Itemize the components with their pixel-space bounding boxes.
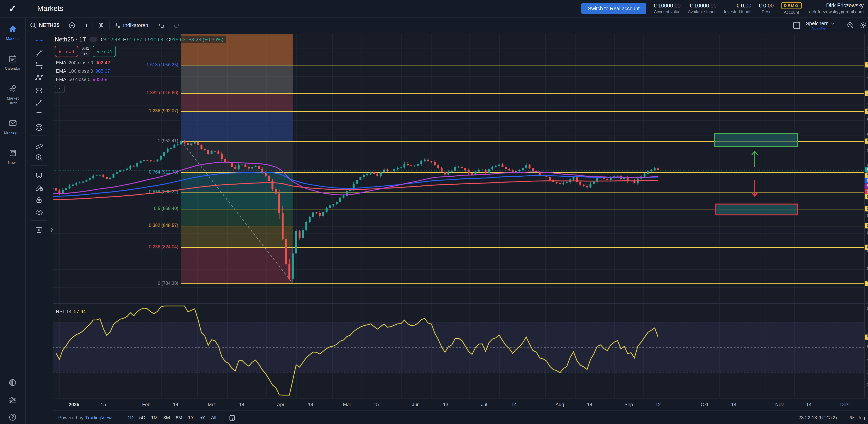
legend-hide-icon[interactable]: – [89,37,97,42]
symbol-search[interactable]: NETH25 [25,22,64,29]
crosshair-icon[interactable] [31,35,47,46]
account-stat: € 10000.00Account value [654,2,681,14]
sidebar-item-calendar[interactable]: Calendar [0,55,25,71]
projection-icon[interactable] [31,85,47,96]
chart-footer: Powered by TradingView 1D5D1M3M6M1Y5YAll… [53,411,868,424]
news-icon [8,149,17,159]
arrow-marker-icon[interactable] [31,97,47,108]
indicators-button[interactable]: Indikatoren [110,22,153,29]
top-bar: ✓ Markets Switch to Real account € 10000… [0,0,868,18]
log-scale-button[interactable]: log [856,415,867,421]
buy-button[interactable]: 916.04 [93,45,116,57]
range-button-6m[interactable]: 6M [173,414,185,422]
range-button-1y[interactable]: 1Y [185,414,196,422]
sidebar-item-messages[interactable]: Messages [0,119,25,135]
trash-icon[interactable] [31,224,47,235]
quick-search-icon[interactable] [847,22,854,29]
ema-legend-row[interactable]: EMA200 close 0902.42 [55,60,111,66]
compare-add-button[interactable] [64,22,80,29]
sidebar: Markets Calendar MarketBuzz Messages New… [0,17,26,424]
time-tick: 14 [239,402,244,407]
magnet-icon[interactable] [31,169,47,181]
trend-line-icon[interactable] [31,47,47,59]
range-button-5y[interactable]: 5Y [197,414,208,422]
user-name: Dirk Friczewsky [826,2,864,9]
redo-icon [174,22,180,29]
plus-circle-icon [69,22,75,29]
chart-type-button[interactable] [93,22,109,29]
time-axis[interactable]: 202515Feb14Mrz14Apr14Mai15Jun13Jul14Aug1… [53,398,868,411]
time-tick: 15 [373,402,379,407]
theme-toggle-icon[interactable] [0,379,25,387]
account-stat: € 10000.00Available funds [688,2,716,14]
drawing-lock-icon[interactable] [31,182,47,193]
redo-button[interactable] [169,22,185,29]
time-tick: Dez [840,402,849,407]
time-tick: 12 [655,402,661,407]
emoji-icon[interactable] [31,122,47,133]
legend-ohlc: O912.48H916.87L910.64C915.63+3.28 (+0.36… [101,37,223,42]
undo-icon [158,22,164,29]
time-tick: 13 [443,402,448,407]
range-button-all[interactable]: All [208,414,219,422]
lock-all-icon[interactable] [31,194,47,205]
pane-collapse-button[interactable]: ^ [55,86,65,93]
time-tick: Jul [481,402,487,407]
page-title: Markets [37,4,63,13]
markets-icon [8,25,17,35]
legend-symbol[interactable]: Neth25 · 1T [55,36,86,43]
interval-button[interactable]: T [81,22,93,28]
ema-legend-row[interactable]: EMA100 close 0905.97 [55,68,111,74]
ema-legend-row[interactable]: EMA50 close 0905.68 [55,77,108,82]
save-status: Speichern [812,26,829,30]
sidebar-item-markets[interactable]: Markets [0,25,25,41]
ruler-icon[interactable] [31,139,47,151]
symbol-label: NETH25 [39,22,60,28]
pattern-icon[interactable] [31,72,47,84]
time-tick: Feb [142,402,151,407]
app-logo-icon[interactable]: ✓ [0,3,25,14]
time-tick: 14 [512,402,517,407]
range-button-1d[interactable]: 1D [125,414,136,422]
fx-icon [114,22,121,29]
time-tick: Jun [412,402,420,407]
percent-scale-button[interactable]: % [848,415,857,421]
messages-icon [8,119,17,129]
sell-button[interactable]: 915.63 [55,45,78,57]
hide-all-icon[interactable] [31,207,47,218]
drawing-toolbar [25,34,53,424]
clock: 23:22:18 (UTC+2) [798,415,837,421]
help-icon[interactable] [0,413,25,421]
zoom-in-icon[interactable] [31,152,47,163]
account-stat: € 0.00Result [759,2,774,14]
text-tool-icon[interactable] [31,109,47,121]
gear-icon[interactable] [860,22,867,29]
tradingview-link[interactable]: TradingView [85,415,112,421]
calendar-icon [8,55,17,65]
switch-to-real-account-button[interactable]: Switch to Real account [581,3,646,14]
undo-button[interactable] [153,22,169,29]
range-button-3m[interactable]: 3M [160,414,173,422]
chart-legend: Neth25 · 1T – O912.48H916.87L910.64C915.… [55,36,226,93]
user-info: Dirk Friczewsky dirk.friczewsky@gmail.co… [809,2,864,15]
sidebar-item-news[interactable]: News [0,149,25,165]
save-layout-button[interactable]: Speichern Speichern [806,21,835,30]
rsi-legend: RSI 14 57.94 [55,309,87,314]
spread-half: 0.5 [81,51,90,57]
trading-app: ✓ Markets Switch to Real account € 10000… [0,0,868,424]
goto-date-icon[interactable] [229,414,236,421]
preferences-sliders-icon[interactable] [0,396,25,404]
layout-checkbox[interactable] [793,22,800,29]
toolbar-collapse-arrow[interactable]: ❯ [50,227,54,232]
sidebar-item-market-buzz[interactable]: MarketBuzz [0,85,25,105]
range-button-5d[interactable]: 5D [136,414,148,422]
demo-account-badge: DEMO Account [781,2,802,15]
market-buzz-icon [8,85,17,95]
time-tick: Okt [701,402,708,407]
fib-retracement-icon[interactable] [31,60,47,71]
time-tick: Mrz [208,402,216,407]
auto-scale-button[interactable]: auto [867,415,868,421]
range-button-1m[interactable]: 1M [148,414,161,422]
time-tick: 14 [173,402,179,407]
time-tick: Apr [277,402,284,407]
